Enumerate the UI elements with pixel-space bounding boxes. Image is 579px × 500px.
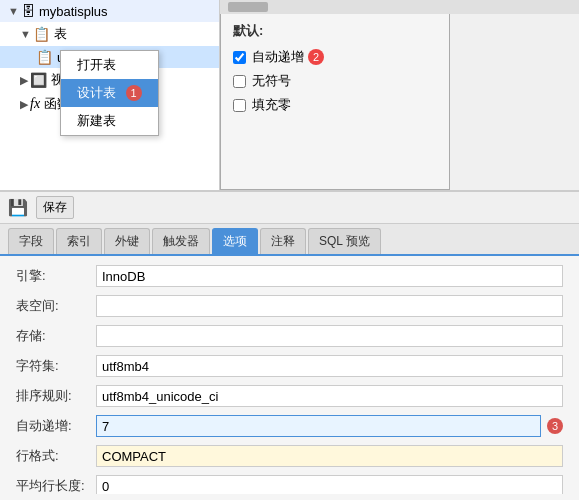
context-menu-design-table[interactable]: 设计表 1 (61, 79, 158, 107)
form-row-avg-row-length: 平均行长度: (16, 474, 563, 494)
unsigned-label: 无符号 (252, 72, 291, 90)
label-auto-increment: 自动递增: (16, 417, 96, 435)
form-row-engine: 引擎: (16, 264, 563, 288)
editor-toolbar: 💾 保存 (0, 192, 579, 224)
tree-item-mybatisplus[interactable]: ▼ 🗄 mybatisplus (0, 0, 219, 22)
tab-indexes[interactable]: 索引 (56, 228, 102, 254)
table-icon: 📋 (36, 49, 53, 65)
form-row-charset: 字符集: (16, 354, 563, 378)
input-engine[interactable] (96, 265, 563, 287)
arrow-icon: ▼ (20, 28, 31, 40)
save-icon: 💾 (8, 198, 28, 217)
form-row-auto-increment: 自动递增: 3 (16, 414, 563, 438)
zerofill-label: 填充零 (252, 96, 291, 114)
checkbox-row-auto-increment: 自动递增 2 (233, 48, 437, 66)
context-menu: 打开表 设计表 1 新建表 (60, 50, 159, 136)
form-area: 引擎: 表空间: 存储: 字符集: 排序规则: 自动递增: 3 行格式: (0, 256, 579, 494)
tree-item-tables[interactable]: ▼ 📋 表 (0, 22, 219, 46)
tab-sql-preview[interactable]: SQL 预览 (308, 228, 381, 254)
context-menu-new-table[interactable]: 新建表 (61, 107, 158, 135)
form-row-row-format: 行格式: (16, 444, 563, 468)
label-engine: 引擎: (16, 267, 96, 285)
tab-fields[interactable]: 字段 (8, 228, 54, 254)
arrow-icon: ▼ (8, 5, 19, 17)
input-collation[interactable] (96, 385, 563, 407)
database-icon: 🗄 (21, 3, 35, 19)
form-row-tablespace: 表空间: (16, 294, 563, 318)
input-avg-row-length[interactable] (96, 475, 563, 494)
auto-increment-label: 自动递增 (252, 48, 304, 66)
defaults-title: 默认: (233, 22, 437, 40)
defaults-panel: 默认: 自动递增 2 无符号 填充零 (220, 14, 450, 190)
scrollbar-top[interactable] (220, 0, 579, 14)
checkbox-row-unsigned: 无符号 (233, 72, 437, 90)
table-icon: 📋 (33, 26, 50, 42)
label-storage: 存储: (16, 327, 96, 345)
input-auto-increment[interactable] (96, 415, 541, 437)
label-collation: 排序规则: (16, 387, 96, 405)
tab-foreign-keys[interactable]: 外键 (104, 228, 150, 254)
editor-panel: 💾 保存 字段 索引 外键 触发器 选项 注释 SQL 预览 引擎: 表空间: … (0, 190, 579, 500)
checkbox-auto-increment[interactable] (233, 51, 246, 64)
form-row-collation: 排序规则: (16, 384, 563, 408)
tree-label-mybatisplus: mybatisplus (39, 4, 108, 19)
label-avg-row-length: 平均行长度: (16, 477, 96, 494)
checkbox-row-zerofill: 填充零 (233, 96, 437, 114)
input-tablespace[interactable] (96, 295, 563, 317)
form-row-storage: 存储: (16, 324, 563, 348)
checkbox-zerofill[interactable] (233, 99, 246, 112)
tabs-bar: 字段 索引 外键 触发器 选项 注释 SQL 预览 (0, 224, 579, 256)
tree-label-tables: 表 (54, 25, 67, 43)
label-tablespace: 表空间: (16, 297, 96, 315)
save-button[interactable]: 保存 (36, 196, 74, 219)
function-icon: fx (30, 96, 40, 112)
input-charset[interactable] (96, 355, 563, 377)
tab-comments[interactable]: 注释 (260, 228, 306, 254)
label-charset: 字符集: (16, 357, 96, 375)
checkbox-unsigned[interactable] (233, 75, 246, 88)
scrollbar-thumb[interactable] (228, 2, 268, 12)
arrow-icon: ▶ (20, 74, 28, 87)
context-menu-open-table[interactable]: 打开表 (61, 51, 158, 79)
input-storage[interactable] (96, 325, 563, 347)
input-row-format[interactable] (96, 445, 563, 467)
badge-3: 3 (547, 418, 563, 434)
label-row-format: 行格式: (16, 447, 96, 465)
arrow-icon: ▶ (20, 98, 28, 111)
badge-1: 1 (126, 85, 142, 101)
badge-2: 2 (308, 49, 324, 65)
tab-options[interactable]: 选项 (212, 228, 258, 254)
view-icon: 🔲 (30, 72, 47, 88)
tab-triggers[interactable]: 触发器 (152, 228, 210, 254)
